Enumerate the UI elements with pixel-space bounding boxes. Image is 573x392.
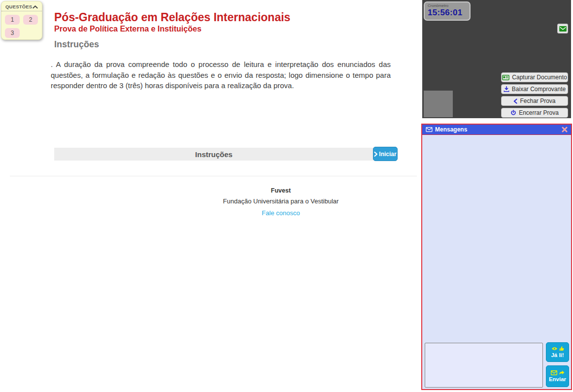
download-receipt-label: Baixar Comprovante bbox=[512, 86, 566, 93]
webcam-preview bbox=[424, 91, 453, 117]
messages-header: Mensagens bbox=[422, 125, 571, 135]
instructions-paragraph: . A duração da prova compreende todo o p… bbox=[51, 59, 391, 91]
page-title: Pós-Graduação em Relações Internacionais bbox=[54, 11, 290, 24]
page-subtitle: Prova de Política Externa e Instituições bbox=[54, 25, 202, 33]
thumbs-up-icon bbox=[559, 346, 564, 351]
messages-toggle-button[interactable] bbox=[557, 24, 568, 33]
message-input[interactable] bbox=[425, 343, 543, 388]
footer-org-short: Fuvest bbox=[158, 187, 404, 194]
acknowledge-button[interactable]: Já li! bbox=[546, 342, 569, 362]
section-bar-label: Instruções bbox=[195, 150, 233, 159]
start-button-label: Iniciar bbox=[379, 151, 396, 158]
chevron-left-icon bbox=[513, 98, 517, 104]
capture-document-label: Capturar Documento bbox=[512, 74, 567, 81]
forward-arrow-icon bbox=[559, 370, 565, 375]
timer-label: Cronômetro bbox=[428, 3, 467, 8]
instructions-section-bar: Instruções bbox=[54, 148, 373, 161]
eye-icon bbox=[551, 347, 558, 351]
close-icon bbox=[562, 127, 568, 132]
instructions-heading: Instruções bbox=[54, 39, 99, 50]
envelope-icon bbox=[559, 26, 567, 32]
timer-value: 15:56:01 bbox=[428, 8, 467, 18]
envelope-icon bbox=[551, 370, 557, 375]
capture-document-button[interactable]: Capturar Documento bbox=[501, 72, 568, 82]
power-icon bbox=[510, 110, 516, 116]
content-divider bbox=[10, 176, 417, 176]
proctor-buttons: Capturar Documento Baixar Comprovante Fe… bbox=[501, 72, 568, 118]
question-button-1[interactable]: 1 bbox=[5, 15, 20, 25]
messages-title: Mensagens bbox=[435, 126, 467, 133]
chevron-right-icon bbox=[374, 152, 378, 157]
end-exam-button[interactable]: Encerrar Prova bbox=[501, 108, 568, 118]
question-button-3[interactable]: 3 bbox=[5, 28, 20, 38]
questions-list: 1 2 3 bbox=[1, 11, 42, 41]
contact-link[interactable]: Fale conosco bbox=[262, 209, 300, 217]
questions-panel-title: QUESTÕES bbox=[5, 4, 32, 9]
end-exam-label: Encerrar Prova bbox=[519, 109, 559, 116]
close-exam-button[interactable]: Fechar Prova bbox=[501, 96, 568, 106]
acknowledge-button-label: Já li! bbox=[551, 352, 564, 358]
start-exam-button[interactable]: Iniciar bbox=[373, 147, 398, 161]
exam-page: QUESTÕES 1 2 3 Pós-Graduação em Relações… bbox=[0, 0, 573, 392]
download-receipt-button[interactable]: Baixar Comprovante bbox=[501, 84, 568, 94]
question-button-2[interactable]: 2 bbox=[23, 15, 38, 25]
send-message-button[interactable]: Enviar bbox=[546, 365, 569, 387]
close-messages-button[interactable] bbox=[562, 127, 568, 132]
questions-panel-header[interactable]: QUESTÕES bbox=[1, 1, 42, 11]
timer-box: Cronômetro 15:56:01 bbox=[424, 1, 471, 21]
envelope-icon bbox=[426, 127, 433, 132]
send-button-label: Enviar bbox=[549, 376, 566, 382]
footer-org-full: Fundação Universitária para o Vestibular bbox=[158, 197, 404, 205]
close-exam-label: Fechar Prova bbox=[520, 98, 555, 104]
id-card-icon bbox=[502, 75, 509, 80]
footer: Fuvest Fundação Universitária para o Ves… bbox=[158, 187, 404, 217]
proctor-panel: Cronômetro 15:56:01 Capturar Documento B… bbox=[422, 0, 571, 118]
questions-panel: QUESTÕES 1 2 3 bbox=[1, 1, 42, 40]
messages-thread: Já li! Enviar bbox=[422, 135, 571, 389]
download-icon bbox=[504, 86, 509, 92]
chevron-up-icon[interactable] bbox=[33, 5, 38, 9]
messages-panel: Mensagens Já li! bbox=[421, 124, 572, 390]
